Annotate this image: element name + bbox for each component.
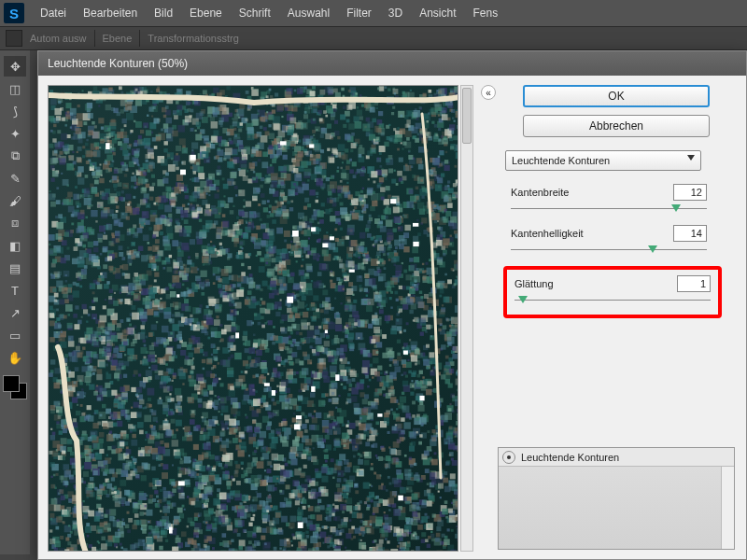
chevron-down-icon — [687, 155, 695, 161]
menu-schrift[interactable]: Schrift — [231, 0, 279, 26]
options-bar: Autom ausw Ebene Transformationsstrg — [0, 26, 747, 50]
collapse-button[interactable]: « — [481, 85, 496, 100]
edge-width-slider[interactable] — [511, 204, 707, 214]
tool-hand[interactable]: ✋ — [4, 347, 26, 368]
color-swatches[interactable] — [3, 375, 27, 399]
effect-layers-body — [499, 467, 734, 549]
filter-select-label: Leuchtende Konturen — [512, 155, 610, 166]
tool-shape[interactable]: ▭ — [4, 325, 26, 345]
effect-layer-name[interactable]: Leuchtende Konturen — [521, 452, 619, 463]
tool-gradient[interactable]: ▤ — [4, 258, 26, 278]
tool-stamp[interactable]: ⧈ — [4, 213, 26, 233]
tool-brush[interactable]: 🖌 — [4, 190, 26, 211]
edge-bright-slider[interactable] — [511, 245, 707, 255]
cancel-button[interactable]: Abbrechen — [523, 115, 710, 137]
tool-marquee[interactable]: ◫ — [4, 78, 26, 99]
param-edge-brightness: Kantenhelligkeit 14 — [511, 225, 707, 255]
scrollbar-thumb[interactable] — [462, 88, 472, 144]
preview-image[interactable] — [48, 85, 458, 552]
dialog-title: Leuchtende Konturen (50%) — [38, 51, 746, 76]
menu-ansicht[interactable]: Ansicht — [411, 0, 464, 26]
tool-lasso[interactable]: ⟆ — [4, 101, 26, 121]
controls-pane: « OK Abbrechen Leuchtende Konturen Kante… — [486, 76, 746, 559]
effect-layers: Leuchtende Konturen — [498, 447, 735, 550]
tool-eyedrop[interactable]: ✎ — [4, 168, 26, 189]
highlight-box: Glättung 1 — [503, 266, 722, 318]
ok-button[interactable]: OK — [523, 85, 710, 107]
menubar: S Datei Bearbeiten Bild Ebene Schrift Au… — [0, 0, 747, 26]
param-smoothing: Glättung 1 — [514, 275, 711, 305]
edge-bright-value[interactable]: 14 — [673, 225, 707, 242]
tool-indicator[interactable] — [6, 30, 22, 47]
menu-fenster[interactable]: Fens — [465, 0, 507, 26]
menu-datei[interactable]: Datei — [32, 0, 75, 26]
smoothing-slider[interactable] — [514, 296, 711, 305]
toolbox: ✥ ◫ ⟆ ✦ ⧉ ✎ 🖌 ⧈ ◧ ▤ T ↗ ▭ ✋ — [0, 50, 30, 554]
edge-bright-label: Kantenhelligkeit — [511, 228, 584, 239]
menu-3d[interactable]: 3D — [380, 0, 411, 26]
menu-ebene[interactable]: Ebene — [181, 0, 231, 26]
menu-bearbeiten[interactable]: Bearbeiten — [75, 0, 146, 26]
tool-path[interactable]: ↗ — [4, 302, 26, 323]
eye-icon[interactable] — [502, 451, 515, 464]
smoothing-value[interactable]: 1 — [677, 275, 711, 292]
filter-gallery-dialog: Leuchtende Konturen (50%) « OK Abbrechen… — [37, 50, 747, 560]
edge-width-value[interactable]: 12 — [673, 184, 707, 201]
opt-auto[interactable]: Autom ausw — [30, 33, 87, 44]
menu-bild[interactable]: Bild — [146, 0, 181, 26]
preview-pane — [38, 76, 486, 559]
menu-auswahl[interactable]: Auswahl — [279, 0, 338, 26]
tool-wand[interactable]: ✦ — [4, 123, 26, 144]
menu-filter[interactable]: Filter — [338, 0, 380, 26]
edge-width-label: Kantenbreite — [511, 187, 569, 198]
opt-transform[interactable]: Transformationsstrg — [148, 33, 238, 44]
preview-scrollbar[interactable] — [460, 85, 473, 552]
smoothing-label: Glättung — [514, 278, 554, 289]
layers-scrollbar[interactable] — [721, 467, 734, 549]
tool-move[interactable]: ✥ — [4, 56, 26, 77]
param-edge-width: Kantenbreite 12 — [511, 184, 707, 214]
tool-crop[interactable]: ⧉ — [4, 146, 26, 166]
opt-layer[interactable]: Ebene — [103, 33, 133, 44]
app-logo: S — [4, 3, 24, 23]
tool-eraser[interactable]: ◧ — [4, 235, 26, 256]
filter-select[interactable]: Leuchtende Konturen — [505, 150, 701, 171]
fg-color[interactable] — [3, 375, 20, 392]
tool-type[interactable]: T — [4, 280, 26, 301]
